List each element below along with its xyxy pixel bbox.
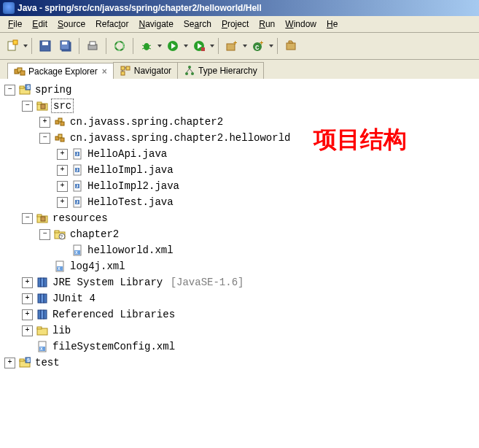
tab-type-hierarchy[interactable]: Type Hierarchy [177, 62, 264, 79]
menu-search[interactable]: Search [179, 18, 217, 31]
close-icon[interactable]: × [102, 66, 107, 77]
node-label: src [51, 99, 74, 113]
debug-button[interactable] [137, 36, 156, 55]
menubar: File Edit Source Refactor Navigate Searc… [0, 16, 479, 33]
package-explorer-tree[interactable]: S J ? X − spring − src + cn.javass.sprin… [0, 79, 479, 448]
save-button[interactable] [36, 36, 55, 55]
navigator-icon [120, 65, 131, 77]
tree-node-xml-file[interactable]: helloworld.xml [0, 242, 479, 258]
print-button[interactable] [83, 36, 102, 55]
build-button[interactable] [110, 36, 129, 55]
java-file-icon [71, 164, 83, 176]
tree-node-library[interactable]: + JUnit 4 [0, 290, 479, 306]
tab-package-explorer[interactable]: Package Explorer × [7, 63, 114, 80]
menu-refactor[interactable]: Refactor [90, 18, 133, 31]
new-package-button[interactable]: + [222, 36, 241, 55]
svg-marker-27 [289, 41, 293, 43]
expand-icon[interactable]: + [57, 197, 68, 208]
expand-icon[interactable]: + [22, 309, 33, 320]
collapse-icon[interactable]: − [4, 85, 15, 96]
svg-point-37 [185, 72, 188, 75]
tree-node-library[interactable]: + Referenced Libraries [0, 306, 479, 323]
tree-node-xml-file[interactable]: fileSystemConfig.xml [0, 339, 479, 355]
tree-node-folder[interactable]: − chapter2 [0, 226, 479, 242]
svg-line-15 [149, 48, 151, 49]
tree-node-java-file[interactable]: + HelloTest.java [0, 194, 479, 210]
run-dropdown[interactable] [184, 37, 188, 55]
tree-node-java-file[interactable]: + HelloApi.java [0, 146, 479, 162]
package-icon [54, 116, 66, 128]
new-dropdown[interactable] [23, 37, 28, 55]
menu-navigate[interactable]: Navigate [133, 18, 178, 31]
new-class-button[interactable]: C+ [249, 36, 268, 55]
folder-icon [36, 325, 48, 336]
menu-run[interactable]: Run [254, 18, 280, 31]
toolbar-separator [31, 38, 32, 54]
collapse-icon[interactable]: − [22, 101, 33, 112]
package-icon [14, 66, 26, 77]
new-button[interactable] [3, 36, 22, 55]
expand-icon[interactable]: + [4, 358, 15, 368]
menu-help[interactable]: He [322, 18, 343, 31]
svg-line-39 [187, 69, 190, 72]
node-label: chapter2 [69, 228, 120, 241]
tree-node-package[interactable]: + cn.javass.spring.chapter2 [0, 114, 479, 130]
save-all-button[interactable] [56, 36, 75, 55]
new-class-dropdown[interactable] [269, 37, 273, 55]
tab-navigator[interactable]: Navigator [113, 62, 178, 79]
open-type-button[interactable] [281, 36, 300, 55]
menu-project[interactable]: Project [217, 18, 254, 31]
java-file-icon [71, 180, 83, 192]
expand-icon[interactable]: + [22, 277, 33, 288]
tree-node-java-file[interactable]: + HelloImpl2.java [0, 178, 479, 194]
view-tabs: Package Explorer × Navigator Type Hierar… [0, 60, 479, 79]
window-titlebar: Java - spring/src/cn/javass/spring/chapt… [0, 0, 479, 16]
run-last-dropdown[interactable] [210, 37, 214, 55]
svg-rect-31 [121, 66, 125, 70]
tree-node-src[interactable]: − src [0, 98, 479, 114]
tree-node-xml-file[interactable]: log4j.xml [0, 258, 479, 274]
toolbar-separator [106, 38, 106, 54]
tree-node-project[interactable]: − spring [0, 82, 479, 98]
svg-line-40 [190, 69, 192, 72]
xml-file-icon [54, 260, 66, 272]
node-label: test [34, 356, 61, 369]
node-label: HelloTest.java [86, 196, 175, 209]
node-label: spring [34, 83, 73, 96]
expand-icon[interactable]: + [22, 293, 33, 304]
tree-node-src[interactable]: − resources [0, 210, 479, 226]
tree-node-library[interactable]: + JRE System Library [JavaSE-1.6] [0, 274, 479, 290]
toolbar-separator [218, 38, 219, 54]
svg-text:+: + [233, 40, 237, 47]
source-folder-icon [36, 100, 48, 112]
debug-dropdown[interactable] [157, 37, 162, 55]
run-last-button[interactable] [190, 36, 209, 55]
menu-window[interactable]: Window [280, 18, 322, 31]
svg-text:+: + [260, 40, 263, 47]
svg-rect-1 [13, 40, 17, 45]
watermark-line1: 51CTO.com [379, 415, 475, 434]
new-package-dropdown[interactable] [243, 37, 247, 55]
expand-icon[interactable]: + [39, 117, 50, 128]
run-button[interactable] [163, 36, 182, 55]
collapse-icon[interactable]: − [39, 229, 50, 240]
collapse-icon[interactable]: − [22, 213, 33, 224]
expand-icon[interactable]: + [57, 149, 68, 160]
tree-node-package[interactable]: − cn.javass.spring.chapter2.helloworld [0, 130, 479, 146]
node-label: JUnit 4 [51, 292, 97, 305]
expand-icon[interactable]: + [57, 165, 68, 176]
expand-icon[interactable]: + [22, 325, 33, 336]
node-label: cn.javass.spring.chapter2 [69, 115, 225, 128]
tree-node-java-file[interactable]: + HelloImpl.java [0, 162, 479, 178]
expand-icon[interactable]: + [57, 181, 68, 192]
menu-edit[interactable]: Edit [27, 18, 52, 31]
tree-node-project[interactable]: + test [0, 355, 479, 371]
watermark: 51CTO.com 技术博客 Blog [379, 415, 475, 445]
svg-line-14 [142, 48, 144, 49]
tree-node-folder[interactable]: + lib [0, 323, 479, 339]
svg-point-36 [188, 66, 191, 69]
menu-file[interactable]: File [3, 18, 27, 31]
menu-source[interactable]: Source [52, 18, 90, 31]
collapse-icon[interactable]: − [39, 133, 50, 144]
watermark-line2: 技术博客 Blog [379, 434, 475, 445]
